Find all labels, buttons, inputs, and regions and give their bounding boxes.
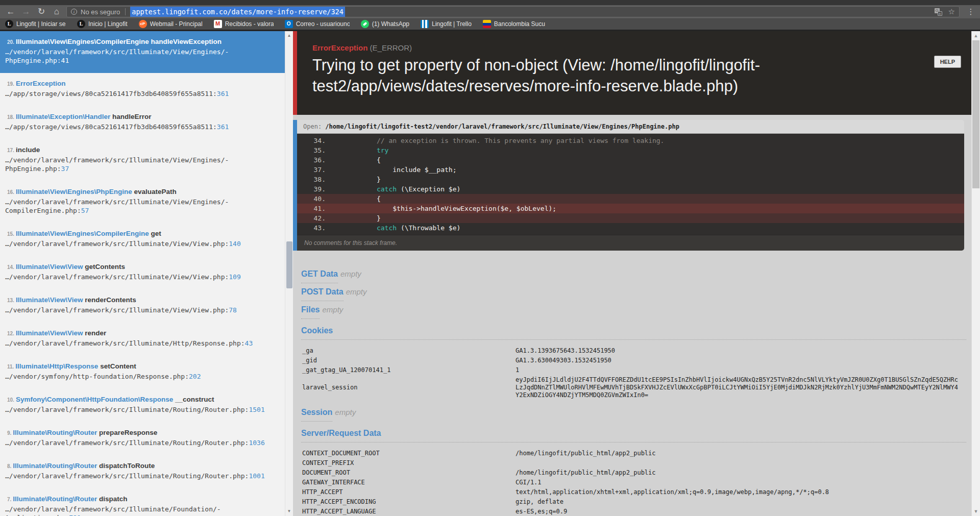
error-detail-panel: ErrorException (E_ERROR) Trying to get p… — [293, 31, 971, 516]
frame-class: Illuminate\Routing\Router — [13, 429, 97, 436]
code-line-source: $this->handleViewException($e, $obLevel)… — [329, 204, 556, 213]
address-bar[interactable]: i No es seguro apptest.lingofit.com.co/d… — [66, 6, 960, 17]
open-file-bar[interactable]: Open: /home/lingofit/lingofit-test2/vend… — [297, 120, 964, 134]
security-label[interactable]: No es seguro — [81, 8, 120, 16]
home-icon[interactable]: ⌂ — [49, 6, 64, 17]
frame-number: 9. — [7, 430, 11, 436]
code-line-number: 39. — [297, 184, 329, 194]
frame-class: Illuminate\View\Engines\CompilerEngine — [16, 38, 149, 45]
frame-number: 8. — [7, 463, 11, 469]
stack-frame[interactable]: 14.Illuminate\View\View getContents…/ven… — [0, 256, 285, 289]
stack-frame[interactable]: 9.Illuminate\Routing\Router prepareRespo… — [0, 422, 285, 455]
stack-frame[interactable]: 11.Illuminate\Http\Response setContent…/… — [0, 356, 285, 389]
stack-frame[interactable]: 8.Illuminate\Routing\Router dispatchToRo… — [0, 455, 285, 488]
dotted-rule — [301, 442, 966, 443]
frame-class: Illuminate\Routing\Router — [13, 462, 97, 470]
forward-icon[interactable]: → — [18, 6, 34, 17]
files-section: Filesempty — [301, 305, 966, 319]
code-line: 36. { — [297, 155, 964, 165]
scroll-down-icon[interactable]: ▼ — [285, 508, 293, 515]
frame-class: Illuminate\Exception\Handler — [16, 113, 110, 120]
bookmark-label: Inicio | Lingofit — [88, 20, 128, 28]
frame-class: Illuminate\View\Engines\CompilerEngine — [16, 230, 149, 237]
table-key: HTTP_ACCEPT_LANGUAGE — [302, 507, 516, 516]
bookmark-item[interactable]: LLingofit | Iniciar sesió — [5, 20, 66, 28]
trello-favicon-icon — [421, 20, 429, 28]
bookmark-item[interactable]: Lingofit | Trello — [421, 20, 472, 28]
frame-number: 18. — [7, 114, 14, 120]
frame-method: handleViewException — [151, 38, 222, 45]
frame-title: 17.include — [5, 145, 278, 155]
sidebar-scrollbar-thumb[interactable] — [286, 241, 292, 288]
frame-line-number: 1036 — [249, 439, 264, 447]
bookmark-item[interactable]: (1) WhatsApp — [361, 20, 409, 28]
page-content: 20.Illuminate\View\Engines\CompilerEngin… — [0, 30, 980, 516]
stack-frame[interactable]: 7.Illuminate\Routing\Router dispatch…/ve… — [0, 488, 285, 516]
stack-frame[interactable]: 18.Illuminate\Exception\Handler handleEr… — [0, 106, 285, 139]
stack-frame[interactable]: 15.Illuminate\View\Engines\CompilerEngin… — [0, 223, 285, 256]
code-line-source: } — [329, 213, 381, 223]
window-scrollbar-thumb[interactable] — [972, 40, 979, 188]
frame-path: …/app/storage/views/80ca52161417fb3db640… — [5, 122, 278, 131]
stack-frame[interactable]: 12.Illuminate\View\View render…/vendor/l… — [0, 323, 285, 356]
table-key: laravel_session — [302, 375, 516, 400]
table-value: GA1.3.630049303.1532451950 — [516, 356, 961, 365]
bookmark-label: Lingofit | Iniciar sesió — [16, 20, 66, 28]
info-icon[interactable]: i — [71, 9, 77, 15]
frame-number: 13. — [7, 298, 14, 303]
table-value: gzip, deflate — [516, 497, 961, 507]
code-line-source: try — [329, 145, 388, 155]
translate-icon[interactable]: Ga — [935, 8, 942, 16]
back-icon[interactable]: ← — [3, 6, 18, 17]
stack-frame[interactable]: 19.ErrorException …/app/storage/views/80… — [0, 73, 285, 106]
open-file-path: /home/lingofit/lingofit-test2/vendor/lar… — [325, 123, 679, 130]
frame-title: 7.Illuminate\Routing\Router dispatch — [5, 495, 278, 504]
stack-frame[interactable]: 13.Illuminate\View\View renderContents…/… — [0, 289, 285, 323]
session-section: Sessionempty — [301, 407, 966, 422]
code-line: 41. $this->handleViewException($e, $obLe… — [297, 204, 964, 213]
frame-path: …/vendor/laravel/framework/src/Illuminat… — [5, 438, 278, 447]
frame-number: 7. — [7, 497, 11, 502]
lingofit-favicon-icon: L — [77, 20, 85, 28]
frame-title: 8.Illuminate\Routing\Router dispatchToRo… — [5, 461, 278, 471]
session-heading: Session — [301, 407, 332, 422]
table-value: es-ES,es;q=0.9 — [516, 507, 961, 516]
chrome-menu-icon[interactable]: ⋮ — [965, 7, 977, 16]
sidebar-scrollbar[interactable]: ▲ ▼ — [285, 31, 293, 516]
bookmark-star-icon[interactable]: ☆ — [948, 7, 955, 16]
empty-label: empty — [346, 287, 367, 296]
stack-frame[interactable]: 10.Symfony\Component\HttpFoundation\Resp… — [0, 389, 285, 422]
bookmark-item[interactable]: OCorreo - usuariouno — [285, 20, 350, 28]
code-line-source: { — [329, 194, 381, 204]
bookmark-item[interactable]: Bancolombia Sucurs — [483, 20, 545, 28]
bookmark-item[interactable]: MRecibidos - valoraci — [214, 20, 274, 28]
help-button[interactable]: HELP — [934, 56, 961, 68]
scroll-up-icon[interactable]: ▲ — [972, 32, 980, 40]
scroll-down-icon[interactable]: ▼ — [972, 507, 980, 515]
window-scrollbar[interactable]: ▲ ▼ — [971, 31, 980, 516]
stack-frame[interactable]: 16.Illuminate\View\Engines\PhpEngine eva… — [0, 181, 285, 223]
frame-title: 16.Illuminate\View\Engines\PhpEngine eva… — [5, 187, 278, 196]
frame-number: 10. — [7, 397, 14, 403]
stack-frame[interactable]: 17.include…/vendor/laravel/framework/src… — [0, 139, 285, 181]
frame-line-number: 109 — [229, 273, 240, 281]
frame-path: …/vendor/laravel/framework/src/Illuminat… — [5, 273, 278, 281]
frame-title: 18.Illuminate\Exception\Handler handleEr… — [5, 112, 278, 121]
frame-line-number: 1001 — [249, 472, 264, 480]
table-row: HTTP_ACCEPT_ENCODINGgzip, deflate — [302, 497, 961, 507]
code-line-number: 42. — [297, 213, 329, 223]
empty-label: empty — [322, 305, 343, 314]
bookmark-item[interactable]: LInicio | Lingofit — [77, 20, 128, 28]
stack-frames-panel: 20.Illuminate\View\Engines\CompilerEngin… — [0, 31, 285, 516]
url-text[interactable]: apptest.lingofit.com.co/dates/more-info-… — [130, 7, 345, 17]
table-key: HTTP_ACCEPT_ENCODING — [302, 497, 516, 507]
frame-title: 14.Illuminate\View\View getContents — [5, 262, 278, 272]
code-line-number: 43. — [297, 223, 329, 233]
stack-frame[interactable]: 20.Illuminate\View\Engines\CompilerEngin… — [0, 31, 285, 73]
bookmark-label: Lingofit | Trello — [432, 20, 472, 28]
reload-icon[interactable]: ↻ — [34, 6, 49, 17]
scroll-up-icon[interactable]: ▲ — [285, 32, 293, 39]
code-line-number: 41. — [297, 204, 329, 213]
bookmark-item[interactable]: cPWebmail - Principal — [139, 20, 203, 28]
server-request-table: CONTEXT_DOCUMENT_ROOT/home/lingofit/publ… — [302, 449, 961, 516]
